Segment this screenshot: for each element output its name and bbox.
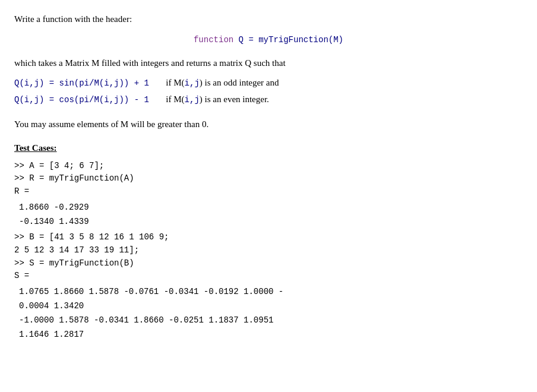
description-text: which takes a Matrix M filled with integ… (14, 56, 523, 70)
test2-block: >> B = [41 3 5 8 12 16 1 106 9; 2 5 12 3… (14, 231, 523, 342)
formula1-line: Q(i,j) = sin(pi/M(i,j)) + 1 if M(i,j) is… (14, 75, 523, 91)
function-signature: Q = myTrigFunction(M) (233, 35, 343, 45)
test2-output: 1.0765 1.8660 1.5878 -0.0761 -0.0341 -0.… (14, 285, 523, 342)
formula2-ij: i,j (185, 95, 200, 105)
assume-text: You may assume elements of M will be gre… (14, 117, 523, 131)
test1-output-line2: -0.1340 1.4339 (19, 215, 523, 229)
function-keyword: function (194, 35, 233, 45)
test1-output: 1.8660 -0.2929 -0.1340 1.4339 (14, 201, 523, 229)
test1-block: >> A = [3 4; 6 7]; >> R = myTrigFunction… (14, 160, 523, 229)
test-cases-section: Test Cases: >> A = [3 4; 6 7]; >> R = my… (14, 141, 523, 342)
test2-output-line2: 0.0004 1.3420 (19, 299, 523, 314)
test2-output-line1: 1.0765 1.8660 1.5878 -0.0761 -0.0341 -0.… (19, 285, 523, 299)
test1-line1: >> A = [3 4; 6 7]; (14, 160, 523, 173)
test1-line3: R = (14, 185, 523, 198)
test2-line2: 2 5 12 3 14 17 33 19 11]; (14, 244, 523, 257)
formula2-cond: if M(i,j) is an even integer. (153, 91, 269, 108)
test-cases-label: Test Cases: (14, 141, 523, 155)
formula1-ij: i,j (185, 78, 200, 88)
test2-line3: >> S = myTrigFunction(B) (14, 257, 523, 270)
page-content: Write a function with the header: functi… (14, 12, 523, 342)
test2-line4: S = (14, 270, 523, 283)
function-header: function Q = myTrigFunction(M) (14, 33, 523, 46)
test2-output-line4: 1.1646 1.2817 (19, 328, 523, 342)
formula1-code: Q(i,j) = sin(pi/M(i,j)) + 1 (14, 76, 149, 91)
test1-line2: >> R = myTrigFunction(A) (14, 172, 523, 185)
test1-output-line1: 1.8660 -0.2929 (19, 201, 523, 215)
intro-text: Write a function with the header: (14, 12, 523, 26)
assume-section: You may assume elements of M will be gre… (14, 117, 523, 131)
test2-output-line3: -1.0000 1.5878 -0.0341 1.8660 -0.0251 1.… (19, 314, 523, 328)
formula2-line: Q(i,j) = cos(pi/M(i,j)) - 1 if M(i,j) is… (14, 91, 523, 108)
test2-line1: >> B = [41 3 5 8 12 16 1 106 9; (14, 231, 523, 244)
formula1-cond: if M(i,j) is an odd integer and (153, 75, 279, 91)
formula2-code: Q(i,j) = cos(pi/M(i,j)) - 1 (14, 93, 149, 108)
